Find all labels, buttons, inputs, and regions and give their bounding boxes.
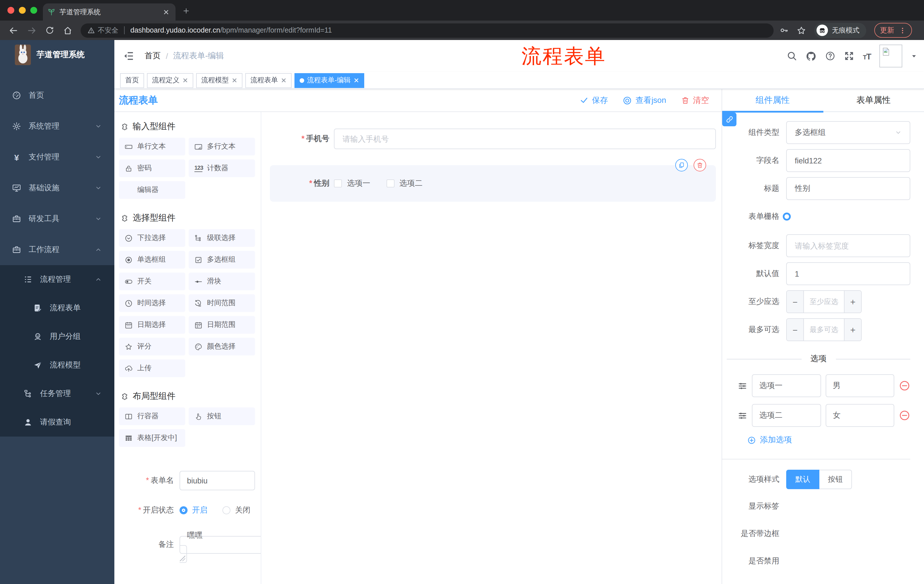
option1-label-input[interactable] [759,382,813,390]
sidebar-item-leave-query[interactable]: 请假查询 [0,408,114,437]
sidebar-collapse-icon[interactable] [123,50,134,62]
field-name-input[interactable] [795,156,902,165]
component-slider[interactable]: 滑块 [189,273,255,290]
duplicate-component-button[interactable] [675,159,688,171]
style-button-button[interactable]: 按钮 [819,470,852,489]
sidebar-item-payment[interactable]: ¥ 支付管理 [0,142,114,173]
increase-button[interactable]: ＋ [844,291,861,313]
component-select[interactable]: 下拉选择 [119,229,185,247]
component-switch[interactable]: 开关 [119,273,185,290]
tab-form-props[interactable]: 表单属性 [823,89,924,112]
key-icon[interactable] [779,26,789,35]
component-single-text[interactable]: 单行文本 [119,138,185,155]
component-cascader[interactable]: 级联选择 [189,229,255,247]
sidebar-item-process-manage[interactable]: 流程管理 [0,265,114,294]
sidebar-item-process-model[interactable]: 流程模型 [0,351,114,380]
component-date-range[interactable]: 日期范围 [189,316,255,334]
option2-value-input[interactable] [833,411,887,420]
remove-option-icon[interactable] [899,380,910,392]
sidebar-item-system[interactable]: 系统管理 [0,111,114,142]
tag-process-form[interactable]: 流程表单✕ [245,73,292,88]
back-icon[interactable] [8,25,18,35]
option2-label-input[interactable] [759,411,813,420]
component-radio-group[interactable]: 单选框组 [119,251,185,268]
decrease-button[interactable]: − [787,291,804,313]
resize-grip-icon[interactable] [180,555,185,561]
component-rate[interactable]: 评分 [119,338,185,355]
drag-handle-icon[interactable] [738,381,747,391]
save-button[interactable]: 保存 [580,95,608,105]
maximize-window-button[interactable] [30,7,37,14]
checkbox-icon[interactable] [386,179,394,188]
update-button[interactable]: 更新 [874,23,912,38]
drag-handle-icon[interactable] [738,411,747,420]
avatar[interactable] [879,44,902,67]
close-icon[interactable]: ✕ [281,76,287,84]
component-multi-text[interactable]: 多行文本 [189,138,255,155]
font-size-icon[interactable]: TT [863,51,871,61]
close-icon[interactable]: ✕ [182,76,188,84]
sidebar-item-infra[interactable]: 基础设施 [0,173,114,204]
component-upload[interactable]: 上传 [119,359,185,377]
component-table[interactable]: 表格[开发中] [119,429,185,447]
component-checkbox-group[interactable]: 多选框组 [189,251,255,268]
sidebar-item-user-group[interactable]: 用户分组 [0,322,114,351]
search-icon[interactable] [787,51,797,61]
clear-button[interactable]: 清空 [681,95,709,105]
tag-process-model[interactable]: 流程模型✕ [196,73,243,88]
browser-menu-icon[interactable] [899,26,906,34]
tag-process-form-edit[interactable]: 流程表单-编辑✕ [294,73,364,88]
new-tab-button[interactable]: ＋ [181,4,191,17]
sidebar-item-devtools[interactable]: 研发工具 [0,204,114,234]
default-value-input[interactable] [795,270,902,278]
view-json-button[interactable]: 查看json [623,95,666,105]
component-counter[interactable]: 123计数器 [189,160,255,177]
forward-icon[interactable] [27,25,36,35]
bookmark-star-icon[interactable] [797,25,806,35]
stepper-placeholder[interactable]: 最多可选 [804,319,844,341]
tag-home[interactable]: 首页 [120,73,144,88]
component-editor[interactable]: 编辑器 [119,181,185,199]
selected-gender-field[interactable]: *性别 选项一 选项二 [270,165,716,202]
title-input[interactable] [795,184,902,193]
github-icon[interactable] [806,51,817,61]
max-select-stepper[interactable]: − 最多可选 ＋ [786,318,862,341]
fullscreen-icon[interactable] [844,51,854,61]
link-button[interactable] [722,113,736,126]
label-width-input[interactable] [795,242,902,250]
close-window-button[interactable] [7,7,14,14]
sidebar-item-task-manage[interactable]: 任务管理 [0,380,114,408]
design-canvas[interactable]: *手机号 *性别 选项一 [261,112,722,584]
breadcrumb-home[interactable]: 首页 [145,51,161,61]
component-date-picker[interactable]: 日期选择 [119,316,185,334]
component-type-select[interactable]: 多选框组 [786,121,910,144]
component-password[interactable]: 密码 [119,160,185,177]
caret-down-icon[interactable] [911,53,917,59]
close-icon[interactable]: ✕ [231,76,237,84]
slider-thumb[interactable] [783,212,791,220]
phone-input[interactable] [343,135,707,143]
option1-value-input[interactable] [833,382,887,390]
close-icon[interactable]: ✕ [353,76,359,84]
security-chip[interactable]: 不安全 [87,25,118,35]
reload-icon[interactable] [45,26,54,35]
minimize-window-button[interactable] [19,7,26,14]
status-on-radio[interactable]: 开启 [180,505,208,515]
decrease-button[interactable]: − [787,319,804,341]
sidebar-item-home[interactable]: 首页 [0,80,114,111]
browser-tab[interactable]: 芋道管理系统 ✕ [43,3,175,21]
checkbox-icon[interactable] [334,179,342,188]
form-remark-textarea[interactable] [187,530,261,548]
status-off-radio[interactable]: 关闭 [223,505,251,515]
home-icon[interactable] [63,25,73,35]
sidebar-logo[interactable]: 芋道管理系统 [0,40,114,70]
component-button[interactable]: 按钮 [189,408,255,425]
component-time-picker[interactable]: 时间选择 [119,294,185,312]
gender-option2-checkbox[interactable]: 选项二 [386,178,422,189]
remove-option-icon[interactable] [899,410,910,421]
gender-option1-checkbox[interactable]: 选项一 [334,178,370,189]
phone-field[interactable]: *手机号 [270,128,719,149]
component-row-container[interactable]: 行容器 [119,408,185,425]
window-controls[interactable] [7,7,37,14]
style-default-button[interactable]: 默认 [786,470,819,489]
